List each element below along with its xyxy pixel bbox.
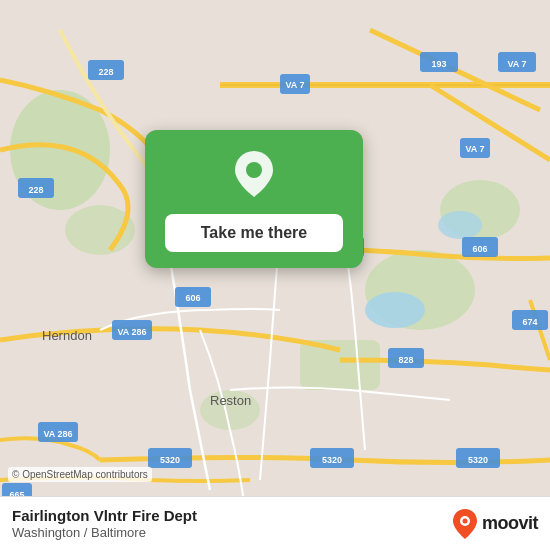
- svg-text:VA 7: VA 7: [285, 80, 304, 90]
- osm-attribution: © OpenStreetMap contributors: [8, 467, 152, 482]
- location-card[interactable]: Take me there: [145, 130, 363, 268]
- svg-point-6: [365, 292, 425, 328]
- svg-text:VA 7: VA 7: [507, 59, 526, 69]
- svg-text:VA 286: VA 286: [43, 429, 72, 439]
- moovit-pin-icon: [452, 508, 478, 540]
- svg-text:228: 228: [28, 185, 43, 195]
- location-subtitle: Washington / Baltimore: [12, 525, 444, 540]
- svg-text:5320: 5320: [468, 455, 488, 465]
- svg-text:Reston: Reston: [210, 393, 251, 408]
- svg-text:606: 606: [185, 293, 200, 303]
- svg-text:228: 228: [98, 67, 113, 77]
- moovit-text: moovit: [482, 513, 538, 534]
- location-name: Fairlington Vlntr Fire Dept: [12, 507, 197, 524]
- location-info: Fairlington Vlntr Fire Dept Washington /…: [12, 507, 444, 540]
- location-pin-icon: [228, 148, 280, 200]
- svg-point-49: [246, 162, 262, 178]
- map-container: 228 228 VA 7 193 VA 7 VA 7 606 606 VA 28…: [0, 0, 550, 550]
- svg-text:5320: 5320: [160, 455, 180, 465]
- svg-point-51: [462, 518, 467, 523]
- svg-text:5320: 5320: [322, 455, 342, 465]
- svg-text:Herndon: Herndon: [42, 328, 92, 343]
- moovit-logo: moovit: [452, 508, 538, 540]
- svg-text:VA 7: VA 7: [465, 144, 484, 154]
- svg-text:193: 193: [431, 59, 446, 69]
- svg-text:VA 286: VA 286: [117, 327, 146, 337]
- svg-text:828: 828: [398, 355, 413, 365]
- bottom-bar: Fairlington Vlntr Fire Dept Washington /…: [0, 496, 550, 550]
- svg-point-7: [438, 211, 482, 239]
- take-me-there-button[interactable]: Take me there: [165, 214, 343, 252]
- svg-text:606: 606: [472, 244, 487, 254]
- svg-text:674: 674: [522, 317, 537, 327]
